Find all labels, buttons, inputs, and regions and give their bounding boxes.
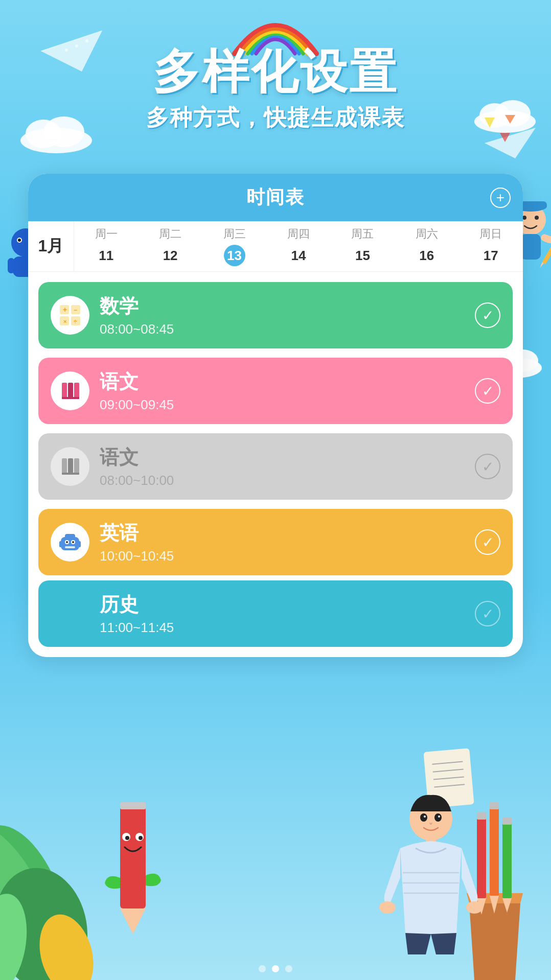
- svg-rect-90: [120, 802, 146, 809]
- title-area: 多样化设置 多种方式，快捷生成课表: [0, 46, 551, 133]
- nav-dot-1[interactable]: [259, 965, 266, 972]
- day-num-thu: 14: [288, 245, 309, 266]
- svg-rect-58: [65, 546, 75, 548]
- calendar-day-mon[interactable]: 周一 11: [74, 221, 138, 271]
- books-subject-icon-gray: [51, 447, 89, 486]
- day-label-sun: 周日: [479, 226, 502, 242]
- math-item-info: 数学 08:00~08:45: [100, 293, 465, 337]
- svg-rect-50: [74, 458, 79, 475]
- svg-marker-17: [500, 133, 510, 142]
- pencil-character: [102, 796, 164, 939]
- math-name: 数学: [100, 293, 465, 319]
- svg-text:−: −: [74, 307, 77, 314]
- schedule-item-english[interactable]: 英语 10:00~10:45 ✓: [38, 509, 513, 575]
- chinese2-check-icon: ✓: [475, 454, 500, 479]
- nav-dot-2[interactable]: [272, 965, 279, 972]
- svg-point-87: [379, 901, 396, 914]
- calendar-day-tue[interactable]: 周二 12: [138, 221, 202, 271]
- svg-point-83: [424, 815, 426, 818]
- main-card: 时间表 + 1月 周一 11 周二 12 周三 13: [28, 174, 523, 657]
- svg-rect-23: [520, 234, 541, 260]
- svg-text:×: ×: [63, 318, 66, 324]
- svg-rect-49: [68, 458, 73, 475]
- partial-history-wrapper: 历史 11:00~11:45 ✓: [28, 580, 523, 657]
- chinese2-item-info: 语文 08:00~10:00: [100, 445, 465, 488]
- day-label-wed: 周三: [223, 226, 246, 242]
- schedule-list: + − ÷ × 数学 08:00~08:45 ✓: [28, 272, 523, 580]
- add-schedule-button[interactable]: +: [490, 188, 511, 208]
- math-subject-icon: + − ÷ ×: [51, 296, 89, 335]
- history-check-icon: ✓: [475, 601, 500, 626]
- svg-point-81: [420, 813, 427, 822]
- svg-rect-60: [78, 541, 81, 547]
- calendar-day-fri[interactable]: 周五 15: [331, 221, 395, 271]
- card-title: 时间表: [246, 185, 305, 210]
- chinese1-item-info: 语文 09:00~09:45: [100, 369, 465, 413]
- svg-point-11: [85, 39, 88, 42]
- svg-rect-25: [540, 233, 551, 244]
- day-num-sun: 17: [480, 245, 501, 266]
- svg-point-57: [72, 541, 74, 543]
- calendar-month: 1月: [28, 221, 74, 271]
- math-check-icon: ✓: [475, 302, 500, 328]
- schedule-item-chinese2[interactable]: 语文 08:00~10:00 ✓: [38, 433, 513, 500]
- svg-rect-53: [65, 534, 75, 539]
- day-num-fri: 15: [352, 245, 373, 266]
- english-time: 10:00~10:45: [100, 548, 465, 564]
- svg-point-84: [438, 815, 440, 818]
- chinese1-name: 语文: [100, 369, 465, 395]
- svg-rect-46: [74, 383, 79, 399]
- history-item-info: 历史 11:00~11:45: [100, 592, 465, 636]
- svg-rect-45: [68, 383, 73, 399]
- chinese1-check-icon: ✓: [475, 378, 500, 404]
- calendar-days: 周一 11 周二 12 周三 13 周四 14 周五 15: [74, 221, 523, 271]
- svg-rect-88: [120, 806, 146, 908]
- svg-text:+: +: [63, 306, 67, 314]
- svg-rect-26: [542, 245, 551, 265]
- schedule-item-history[interactable]: 历史 11:00~11:45 ✓: [38, 580, 513, 647]
- calendar-day-wed[interactable]: 周三 13: [202, 221, 266, 271]
- svg-rect-72: [502, 822, 512, 898]
- day-num-mon: 11: [96, 245, 117, 266]
- svg-rect-47: [62, 397, 79, 399]
- svg-text:÷: ÷: [74, 318, 77, 325]
- chinese1-time: 09:00~09:45: [100, 397, 465, 413]
- day-label-tue: 周二: [159, 226, 181, 242]
- app-title-main: 多样化设置: [0, 46, 551, 98]
- svg-point-19: [522, 216, 526, 220]
- day-label-thu: 周四: [287, 226, 310, 242]
- calendar-day-sun[interactable]: 周日 17: [459, 221, 523, 271]
- day-num-tue: 12: [159, 245, 181, 266]
- card-header: 时间表 +: [28, 174, 523, 221]
- schedule-item-chinese1[interactable]: 语文 09:00~09:45 ✓: [38, 358, 513, 424]
- svg-rect-59: [59, 541, 62, 547]
- robot-subject-icon: [51, 523, 89, 562]
- calendar-row: 1月 周一 11 周二 12 周三 13 周四 14: [28, 221, 523, 272]
- svg-point-82: [434, 813, 442, 822]
- svg-point-86: [466, 901, 483, 914]
- calendar-day-sat[interactable]: 周六 16: [395, 221, 458, 271]
- app-title-sub: 多种方式，快捷生成课表: [0, 103, 551, 133]
- svg-rect-48: [62, 458, 67, 475]
- day-label-mon: 周一: [95, 226, 118, 242]
- history-time: 11:00~11:45: [100, 620, 465, 636]
- english-item-info: 英语 10:00~10:45: [100, 520, 465, 564]
- chinese2-time: 08:00~10:00: [100, 473, 465, 488]
- month-label: 1月: [38, 235, 64, 258]
- day-label-fri: 周五: [351, 226, 374, 242]
- day-num-wed: 13: [224, 245, 245, 266]
- nav-dot-3[interactable]: [285, 965, 292, 972]
- svg-point-56: [66, 541, 68, 543]
- svg-rect-44: [62, 383, 67, 399]
- math-time: 08:00~08:45: [100, 321, 465, 337]
- svg-marker-89: [120, 908, 146, 934]
- svg-rect-34: [8, 258, 15, 273]
- day-num-sat: 16: [416, 245, 438, 266]
- navigation-dots: [259, 965, 292, 972]
- books-subject-icon-pink: [51, 371, 89, 410]
- svg-rect-74: [502, 818, 512, 825]
- schedule-item-math[interactable]: + − ÷ × 数学 08:00~08:45 ✓: [38, 282, 513, 348]
- english-name: 英语: [100, 520, 465, 546]
- svg-point-94: [139, 836, 143, 840]
- calendar-day-thu[interactable]: 周四 14: [266, 221, 330, 271]
